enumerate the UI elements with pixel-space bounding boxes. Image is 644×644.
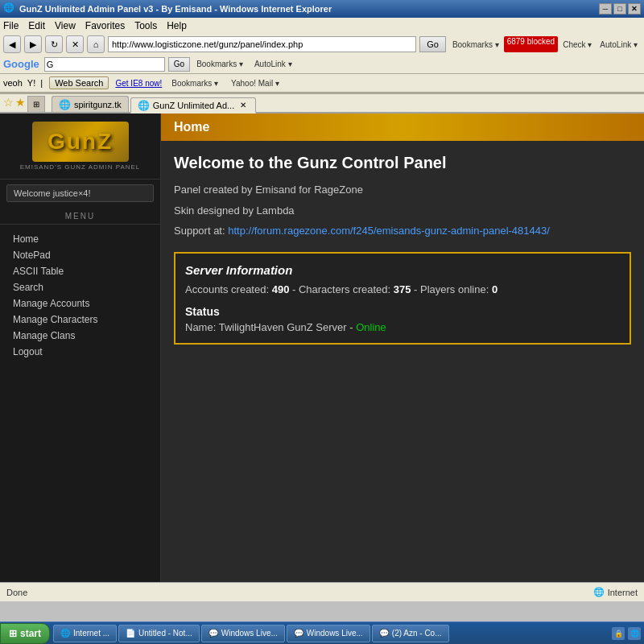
logo-subtitle: EMISAND'S GUNZ ADMIN PANEL (8, 163, 152, 171)
home-button[interactable]: ⌂ (87, 35, 105, 53)
status-bar: Done 🌐 Internet (0, 582, 644, 601)
stats-players-value: 0 (492, 283, 497, 295)
google-go-button[interactable]: Go (168, 57, 190, 72)
stats-accounts-label: Accounts created: (185, 283, 272, 295)
stop-button[interactable]: ✕ (66, 35, 84, 53)
nav-ascii-table[interactable]: ASCII Table (0, 263, 160, 279)
taskbar-notepad-icon: 📄 (126, 629, 135, 638)
favorites-star[interactable]: ☆ (3, 96, 14, 112)
taskbar-item-azn[interactable]: 💬 (2) Azn - Co... (372, 625, 449, 642)
tab-switcher[interactable]: ⊞ (27, 96, 45, 112)
gunz-logo: GunZ (32, 122, 129, 162)
panel-text-support: Support at: http://forum.ragezone.com/f2… (174, 223, 631, 239)
google-bar-items: Bookmarks ▾ AutoLink ▾ (193, 56, 295, 72)
taskbar-azn-icon: 💬 (379, 629, 389, 638)
window-controls[interactable]: ─ □ ✕ (599, 3, 641, 14)
go-button[interactable]: Go (419, 36, 446, 52)
start-button[interactable]: ⊞ start (0, 623, 50, 644)
toolbar-icons: Bookmarks ▾ 6879 blocked Check ▾ AutoLin… (449, 36, 641, 52)
tab-gunz-panel[interactable]: 🌐 GunZ Unlimited Ad... ✕ (130, 97, 257, 114)
tab-spiritgunz-label: spiritgunz.tk (74, 100, 122, 109)
logo-text: GunZ (47, 129, 113, 155)
title-bar: 🌐 GunZ Unlimited Admin Panel v3 - By Emi… (0, 0, 644, 18)
minimize-button[interactable]: ─ (599, 3, 612, 14)
tray-icon-2: 🌐 (628, 627, 641, 640)
taskbar-item-wl2[interactable]: 💬 Windows Live... (287, 625, 370, 642)
menu-header: MENU (0, 207, 160, 225)
sidebar-logo-area: GunZ EMISAND'S GUNZ ADMIN PANEL (0, 114, 160, 180)
nav-manage-accounts[interactable]: Manage Accounts (0, 295, 160, 312)
web-search-button[interactable]: Web Search (49, 76, 109, 89)
taskbar-item-notepad[interactable]: 📄 Untitled - Not... (118, 625, 200, 642)
taskbar-wl1-icon: 💬 (208, 629, 218, 638)
menu-tools[interactable]: Tools (134, 20, 157, 31)
menu-help[interactable]: Help (167, 20, 187, 31)
menu-file[interactable]: File (3, 20, 19, 31)
stats-separator-2: - Players online: (414, 283, 492, 295)
refresh-button[interactable]: ↻ (45, 35, 63, 53)
menu-edit[interactable]: Edit (28, 20, 45, 31)
support-link[interactable]: http://forum.ragezone.com/f245/emisands-… (228, 225, 550, 237)
add-favorites-star[interactable]: ★ (15, 96, 26, 112)
google-autolink-button[interactable]: AutoLink ▾ (251, 56, 295, 72)
taskbar-wl2-label: Windows Live... (307, 629, 363, 638)
close-button[interactable]: ✕ (628, 3, 641, 14)
server-info-title: Server Information (185, 263, 620, 277)
nav-search[interactable]: Search (0, 279, 160, 295)
get-ie-link[interactable]: Get IE8 now! (115, 79, 162, 88)
server-stats: Accounts created: 490 - Characters creat… (185, 283, 620, 295)
bookmarks-button[interactable]: Bookmarks ▾ (449, 36, 502, 52)
taskbar-item-ie[interactable]: 🌐 Internet ... (53, 625, 117, 642)
browser-content: GunZ EMISAND'S GUNZ ADMIN PANEL Welcome … (0, 114, 644, 582)
nav-notepad[interactable]: NotePad (0, 247, 160, 263)
window-title: GunZ Unlimited Admin Panel v3 - By Emisa… (19, 4, 599, 14)
welcome-bar: Welcome justice×4! (6, 184, 154, 202)
nav-logout[interactable]: Logout (0, 344, 160, 360)
blocked-badge: 6879 blocked (504, 36, 559, 52)
google-search-input[interactable] (44, 57, 165, 72)
links-bookmarks-button[interactable]: Bookmarks ▾ (168, 75, 221, 91)
welcome-message: Welcome justice×4! (14, 188, 90, 198)
online-status: Online (356, 321, 386, 333)
favorites-icons: ☆ ★ ⊞ (3, 96, 45, 112)
taskbar-tray: 🔒 🌐 (609, 627, 644, 640)
google-toolbar: Google Go Bookmarks ▾ AutoLink ▾ (0, 55, 644, 74)
sidebar: GunZ EMISAND'S GUNZ ADMIN PANEL Welcome … (0, 114, 161, 582)
menu-view[interactable]: View (55, 20, 76, 31)
google-logo: Google (3, 58, 39, 70)
links-separator: | (40, 78, 43, 88)
status-zone: 🌐 Internet (593, 587, 638, 597)
yahoo-mail-button[interactable]: Yahoo! Mail ▾ (228, 75, 283, 91)
server-name-text: Name: TwilightHaven GunZ Server - (185, 321, 353, 333)
zone-label: Internet (608, 588, 638, 597)
start-label: start (20, 628, 41, 639)
yahoo-label[interactable]: Y! (27, 78, 35, 88)
veoh-label[interactable]: veoh (3, 78, 23, 88)
address-input[interactable] (108, 36, 416, 52)
taskbar-notepad-label: Untitled - Not... (138, 629, 192, 638)
check-button[interactable]: Check ▾ (559, 36, 595, 52)
taskbar-items: 🌐 Internet ... 📄 Untitled - Not... 💬 Win… (50, 625, 609, 642)
taskbar-wl2-icon: 💬 (294, 629, 303, 638)
back-button[interactable]: ◀ (3, 35, 21, 53)
taskbar: ⊞ start 🌐 Internet ... 📄 Untitled - Not.… (0, 621, 644, 644)
panel-body: Welcome to the Gunz Control Panel Panel … (161, 141, 644, 357)
menu-favorites[interactable]: Favorites (85, 20, 125, 31)
tab-gunz-close[interactable]: ✕ (237, 100, 249, 111)
stats-accounts-value: 490 (272, 283, 290, 295)
maximize-button[interactable]: □ (613, 3, 626, 14)
tab-gunz-label: GunZ Unlimited Ad... (153, 101, 235, 110)
panel-header: Home (161, 114, 644, 141)
taskbar-item-wl1[interactable]: 💬 Windows Live... (201, 625, 285, 642)
status-text: Done (6, 588, 580, 597)
taskbar-ie-icon: 🌐 (60, 629, 70, 638)
windows-logo-icon: ⊞ (9, 628, 17, 639)
nav-home[interactable]: Home (0, 231, 160, 247)
taskbar-ie-label: Internet ... (73, 629, 109, 638)
nav-manage-clans[interactable]: Manage Clans (0, 328, 160, 344)
autolink-button[interactable]: AutoLink ▾ (597, 36, 641, 52)
forward-button[interactable]: ▶ (24, 35, 42, 53)
nav-manage-characters[interactable]: Manage Characters (0, 312, 160, 328)
google-bookmarks-button[interactable]: Bookmarks ▾ (193, 56, 246, 72)
tab-spiritgunz[interactable]: 🌐 spiritgunz.tk (52, 96, 129, 112)
